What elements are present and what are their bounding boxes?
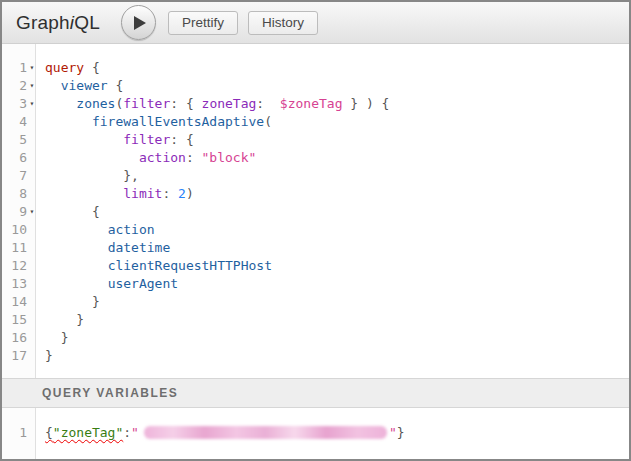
gutter-cell: 1▾: [2, 59, 37, 77]
code-line[interactable]: 13 userAgent: [2, 275, 629, 293]
token-var: $zoneTag: [280, 96, 343, 111]
token-prop: firewallEventsAdaptive: [92, 114, 264, 129]
line-number: 4: [19, 113, 27, 131]
line-number: 17: [11, 347, 27, 365]
query-variables-editor[interactable]: 1{"zoneTag":""}: [2, 408, 629, 459]
code-text: {"zoneTag":""}: [37, 424, 405, 442]
code-line[interactable]: 16 }: [2, 329, 629, 347]
prettify-button[interactable]: Prettify: [168, 11, 238, 35]
line-number: 2: [19, 77, 27, 95]
gutter-cell: 6: [2, 149, 37, 167]
gutter-cell: 5: [2, 131, 37, 149]
token-jsonprop: "zoneTag": [53, 425, 123, 440]
variables-resize-handle[interactable]: QUERY VARIABLES: [2, 378, 629, 408]
gutter-cell: 17: [2, 347, 37, 365]
code-line[interactable]: 10 action: [2, 221, 629, 239]
code-line[interactable]: 12 clientRequestHTTPHost: [2, 257, 629, 275]
code-line[interactable]: 1▾query {: [2, 59, 629, 77]
code-text: filter: {: [37, 131, 194, 149]
token-punc: [45, 258, 108, 273]
code-line[interactable]: 3▾ zones(filter: { zoneTag: $zoneTag } )…: [2, 95, 629, 113]
token-punc: [45, 132, 123, 147]
code-line[interactable]: 7 },: [2, 167, 629, 185]
token-punc: }: [45, 330, 68, 345]
code-line[interactable]: 11 datetime: [2, 239, 629, 257]
code-text: }: [37, 347, 53, 365]
token-punc: }: [397, 425, 405, 440]
fold-arrow-icon[interactable]: ▾: [27, 95, 37, 113]
fold-arrow-icon[interactable]: ▾: [27, 77, 37, 95]
gutter-cell: 16: [2, 329, 37, 347]
token-punc: [45, 240, 108, 255]
line-number: 14: [11, 293, 27, 311]
history-button[interactable]: History: [248, 11, 318, 35]
gutter-cell: 7: [2, 167, 37, 185]
line-number: 8: [19, 185, 27, 203]
code-line[interactable]: 9▾ {: [2, 203, 629, 221]
token-prop: clientRequestHTTPHost: [108, 258, 272, 273]
fold-arrow-icon[interactable]: ▾: [27, 203, 37, 221]
token-kw: query: [45, 60, 84, 75]
code-line[interactable]: 5 filter: {: [2, 131, 629, 149]
token-punc: : {: [170, 132, 193, 147]
token-punc: [45, 150, 139, 165]
graphiql-window: GraphiQL Prettify History 1▾query {2▾ vi…: [0, 0, 631, 461]
token-punc: :: [186, 150, 202, 165]
code-text: zones(filter: { zoneTag: $zoneTag } ) {: [37, 95, 389, 113]
line-number: 12: [11, 257, 27, 275]
token-str: ": [131, 425, 139, 440]
gutter-cell: 15: [2, 311, 37, 329]
code-line[interactable]: 4 firewallEventsAdaptive(: [2, 113, 629, 131]
token-punc: }: [45, 348, 53, 363]
token-punc: [45, 276, 108, 291]
token-attr: action: [139, 150, 186, 165]
line-number: 7: [19, 167, 27, 185]
line-number: 11: [11, 239, 27, 257]
code-text: }: [37, 311, 84, 329]
code-text: },: [37, 167, 139, 185]
execute-query-button[interactable]: [121, 5, 156, 40]
code-line[interactable]: 8 limit: 2): [2, 185, 629, 203]
token-punc: :: [256, 96, 279, 111]
code-text: action: [37, 221, 155, 239]
code-line[interactable]: 1{"zoneTag":""}: [2, 424, 629, 442]
gutter-cell: 14: [2, 293, 37, 311]
token-num: 2: [178, 186, 186, 201]
logo-text-graph: Graph: [16, 12, 70, 33]
graphiql-logo: GraphiQL: [2, 12, 100, 34]
code-text: {: [37, 203, 100, 221]
query-editor[interactable]: 1▾query {2▾ viewer {3▾ zones(filter: { z…: [2, 44, 629, 378]
code-text: query {: [37, 59, 100, 77]
code-line[interactable]: 14 }: [2, 293, 629, 311]
token-punc: {: [45, 425, 53, 440]
token-attr: limit: [123, 186, 162, 201]
gutter-cell: 1: [2, 424, 37, 442]
token-punc: }: [45, 312, 84, 327]
code-line[interactable]: 17}: [2, 347, 629, 365]
token-punc: },: [45, 168, 139, 183]
gutter-cell: 11: [2, 239, 37, 257]
token-str: "block": [202, 150, 257, 165]
line-number: 5: [19, 131, 27, 149]
token-attr: filter: [123, 132, 170, 147]
code-text: datetime: [37, 239, 170, 257]
code-text: clientRequestHTTPHost: [37, 257, 272, 275]
token-punc: :: [123, 425, 131, 440]
gutter-cell: 13: [2, 275, 37, 293]
code-line[interactable]: 15 }: [2, 311, 629, 329]
play-icon: [134, 16, 146, 30]
code-line[interactable]: 2▾ viewer {: [2, 77, 629, 95]
line-number: 9: [19, 203, 27, 221]
gutter-cell: 2▾: [2, 77, 37, 95]
token-punc: {: [108, 78, 124, 93]
gutter-cell: 10: [2, 221, 37, 239]
token-attr: zoneTag: [202, 96, 257, 111]
fold-arrow-icon[interactable]: ▾: [27, 59, 37, 77]
token-punc: ): [186, 186, 194, 201]
toolbar: GraphiQL Prettify History: [2, 2, 629, 44]
variables-code-lines: 1{"zoneTag":""}: [2, 424, 629, 442]
code-line[interactable]: 6 action: "block": [2, 149, 629, 167]
line-number: 1: [19, 59, 27, 77]
token-punc: [45, 186, 123, 201]
code-text: }: [37, 329, 68, 347]
